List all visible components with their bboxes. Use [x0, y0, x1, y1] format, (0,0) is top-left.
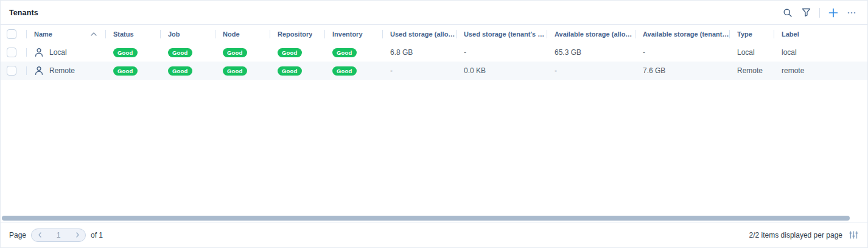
tenant-name: Remote: [49, 66, 75, 75]
inventory-badge: Good: [332, 66, 357, 76]
column-header-used-storage-allocated[interactable]: Used storage (allocated): [382, 25, 456, 43]
items-per-page-button[interactable]: [848, 230, 859, 241]
column-header-job[interactable]: Job: [160, 25, 215, 43]
repository-badge: Good: [278, 48, 302, 57]
available-storage-own-cell: -: [635, 43, 729, 62]
repository-cell: Good: [270, 62, 324, 80]
search-icon: [783, 8, 793, 18]
inventory-badge: Good: [332, 48, 357, 57]
add-tenant-button[interactable]: [826, 5, 841, 20]
tenants-page: Tenants: [0, 0, 868, 248]
sort-ascending-icon: [91, 32, 97, 36]
used-storage-own-cell: 0.0 KB: [456, 62, 547, 80]
chevron-right-icon: [75, 232, 80, 238]
filter-button[interactable]: [799, 5, 813, 20]
job-cell: Good: [160, 43, 215, 62]
column-header-label[interactable]: Label: [774, 25, 868, 43]
status-cell: Good: [105, 62, 160, 80]
node-cell: Good: [215, 62, 270, 80]
tenant-name: Local: [49, 48, 67, 57]
node-badge: Good: [223, 48, 247, 57]
status-cell: Good: [105, 43, 160, 62]
page-count-label: of 1: [91, 231, 103, 239]
status-badge: Good: [113, 48, 138, 57]
page-label: Page: [9, 231, 26, 239]
table-row[interactable]: Local Good Good Good Good Good 6.8 GB - …: [1, 43, 868, 62]
column-header-name[interactable]: Name: [26, 25, 105, 43]
row-checkbox[interactable]: [7, 66, 16, 76]
chevron-left-icon: [37, 232, 43, 238]
type-cell: Remote: [729, 62, 774, 80]
footer-right: 2/2 items displayed per page: [749, 230, 859, 241]
more-actions-button[interactable]: [844, 5, 859, 20]
repository-badge: Good: [278, 66, 302, 76]
available-storage-own-cell: 7.6 GB: [635, 62, 729, 80]
page-title: Tenants: [9, 9, 38, 17]
job-cell: Good: [160, 62, 215, 80]
label-cell: remote: [774, 62, 868, 80]
column-header-type[interactable]: Type: [729, 25, 774, 43]
plus-icon: [828, 8, 838, 18]
topbar: Tenants: [1, 1, 867, 25]
column-header-available-storage-own[interactable]: Available storage (tenant's own): [635, 25, 729, 43]
user-icon: [34, 66, 44, 76]
column-header-used-storage-own[interactable]: Used storage (tenant's own): [456, 25, 547, 43]
job-badge: Good: [168, 66, 192, 76]
column-header-status[interactable]: Status: [105, 25, 160, 43]
inventory-cell: Good: [324, 43, 382, 62]
column-header-repository[interactable]: Repository: [270, 25, 324, 43]
used-storage-allocated-cell: -: [382, 62, 456, 80]
column-header-node[interactable]: Node: [215, 25, 270, 43]
used-storage-allocated-cell: 6.8 GB: [382, 43, 456, 62]
available-storage-allocated-cell: 65.3 GB: [547, 43, 635, 62]
toolbar-divider: [819, 8, 820, 18]
row-checkbox-cell: [1, 43, 26, 62]
inventory-cell: Good: [324, 62, 382, 80]
footer: Page of 1 2/2 items displayed per page: [1, 222, 867, 247]
table-header: Name Status Job Node Repository Inventor…: [1, 25, 868, 43]
search-button[interactable]: [780, 5, 795, 20]
available-storage-allocated-cell: -: [547, 62, 635, 80]
select-all-checkbox[interactable]: [7, 29, 16, 39]
row-checkbox[interactable]: [7, 48, 16, 57]
select-all-cell: [1, 25, 26, 43]
sliders-icon: [849, 230, 858, 239]
job-badge: Good: [168, 48, 192, 57]
node-badge: Good: [223, 66, 247, 76]
ellipsis-icon: [847, 8, 856, 18]
topbar-actions: [780, 5, 859, 20]
table-empty-area: [1, 80, 867, 222]
column-header-available-storage-allocated[interactable]: Available storage (allocated): [547, 25, 635, 43]
column-header-inventory[interactable]: Inventory: [324, 25, 382, 43]
user-icon: [34, 48, 44, 57]
next-page-button[interactable]: [69, 229, 85, 241]
used-storage-own-cell: -: [456, 43, 547, 62]
page-input[interactable]: [47, 229, 69, 241]
status-badge: Good: [113, 66, 138, 76]
prev-page-button[interactable]: [32, 229, 47, 241]
node-cell: Good: [215, 43, 270, 62]
horizontal-scrollbar[interactable]: [2, 216, 850, 221]
items-per-page-label: 2/2 items displayed per page: [749, 231, 842, 239]
tenant-name-cell: Remote: [26, 62, 105, 80]
row-checkbox-cell: [1, 62, 26, 80]
label-cell: local: [774, 43, 868, 62]
pagination-control: [31, 229, 86, 242]
filter-icon: [802, 8, 811, 17]
table-row[interactable]: Remote Good Good Good Good Good - 0.0 KB…: [1, 62, 868, 80]
type-cell: Local: [729, 43, 774, 62]
repository-cell: Good: [270, 43, 324, 62]
tenant-name-cell: Local: [26, 43, 105, 62]
